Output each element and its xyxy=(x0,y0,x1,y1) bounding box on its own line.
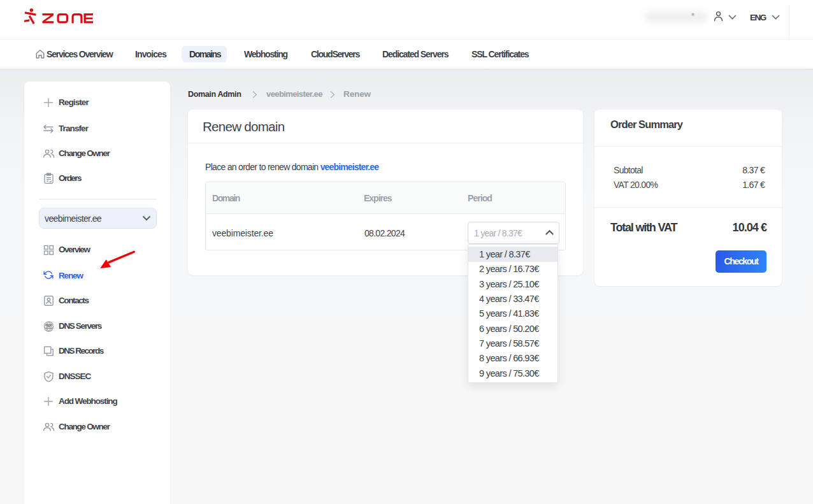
svg-text:DNS: DNS xyxy=(46,325,52,328)
